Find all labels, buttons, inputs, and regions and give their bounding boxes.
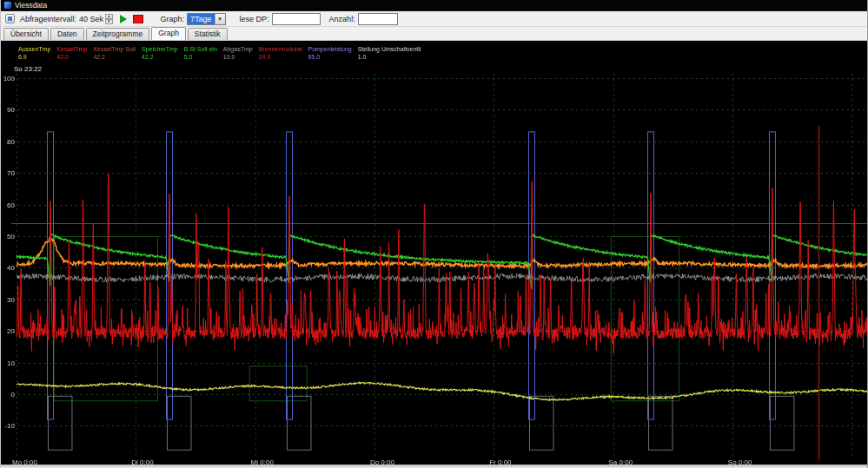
legend-label: Brennermodulat (259, 46, 302, 54)
interval-label: Abfrageintervall: (20, 15, 76, 23)
lese-dp-label: lese DP: (240, 15, 269, 23)
legend-item: Stellung Umschaltventil1.0 (358, 46, 421, 61)
graph-label: Graph: (161, 15, 185, 23)
y-axis-label: 10 (2, 359, 15, 367)
x-axis-label: Mi 0:00 (251, 458, 274, 465)
graph-select-value: 7Tage (188, 14, 215, 24)
legend-value: 5.0 (184, 54, 217, 62)
y-axis-label: 80 (2, 138, 15, 146)
toolbar: Abfrageintervall: 40 Sek ▲▼ Graph: 7Tage… (1, 11, 867, 27)
x-axis-label: Fr 0:00 (489, 458, 511, 465)
interval-value: 40 Sek (79, 15, 103, 23)
legend-value: 24.0 (259, 54, 302, 62)
legend-label: KesselTmp (56, 46, 87, 54)
y-axis-label: 40 (2, 264, 15, 272)
legend-label: AbgasTmp (223, 46, 253, 54)
legend-value: 65.0 (308, 54, 351, 62)
x-axis-label: Do 0:00 (370, 458, 394, 465)
y-axis-label: 20 (2, 327, 15, 335)
legend-item: AussenTmp6.9 (18, 46, 50, 61)
legend-item: KesselTmp Soll42.2 (93, 46, 136, 61)
play-button[interactable] (120, 15, 127, 23)
viessdata-window: Viessdata Abfrageintervall: 40 Sek ▲▼ Gr… (0, 0, 868, 468)
window-title: Viessdata (15, 1, 47, 10)
app-icon (4, 2, 11, 9)
legend-label: SpeicherTmp (142, 46, 178, 54)
chart-canvas[interactable] (1, 41, 867, 465)
y-axis-label: 0 (2, 391, 15, 399)
anzahl-input[interactable] (358, 13, 398, 25)
titlebar[interactable]: Viessdata (1, 0, 867, 11)
tab-daten[interactable]: Daten (50, 28, 84, 40)
tab-strip: ÜbersichtDatenZeitprogrammeGraphStatisti… (1, 27, 867, 41)
graph-select[interactable]: 7Tage ▼ (187, 13, 226, 25)
chart-area: AussenTmp6.9KesselTmp42.0KesselTmp Soll4… (1, 41, 867, 465)
interval-stepper[interactable]: ▲▼ (105, 14, 112, 24)
legend-value: 1.0 (358, 54, 421, 62)
x-axis-label: Di 0:00 (131, 458, 153, 465)
y-axis-label: 70 (2, 169, 15, 177)
legend-item: Brennermodulat24.0 (259, 46, 302, 61)
y-axis-label: 90 (2, 106, 15, 114)
tab-statistik[interactable]: Statistik (188, 28, 228, 40)
legend-value: 6.9 (18, 54, 50, 62)
x-axis-label: Sa 0:00 (609, 458, 633, 465)
anzahl-label: Anzahl: (329, 15, 355, 23)
legend-item: Pumpenleistung65.0 (308, 46, 351, 61)
y-axis-label: 50 (2, 233, 15, 241)
legend-label: KesselTmp Soll (93, 46, 136, 54)
legend-item: KesselTmp42.0 (56, 46, 87, 61)
stop-button[interactable] (133, 15, 143, 23)
connection-icon[interactable] (5, 14, 15, 23)
tab-übersicht[interactable]: Übersicht (3, 28, 49, 40)
tab-zeitprogramme[interactable]: Zeitprogramme (86, 28, 150, 40)
lese-dp-input[interactable] (272, 13, 321, 25)
stepper-down-icon[interactable]: ▼ (105, 19, 112, 24)
x-axis-label: Mo 0:00 (12, 458, 37, 465)
legend-label: B.St Soll ein (184, 46, 217, 54)
y-axis-label: -10 (2, 422, 15, 430)
legend-label: Pumpenleistung (308, 46, 351, 54)
tab-graph[interactable]: Graph (151, 27, 186, 40)
chart-legend: AussenTmp6.9KesselTmp42.0KesselTmp Soll4… (18, 46, 427, 61)
y-axis-label: 30 (2, 296, 15, 304)
statusbar (1, 465, 867, 468)
chevron-down-icon[interactable]: ▼ (215, 14, 225, 24)
y-axis-label: 60 (2, 201, 15, 209)
legend-label: AussenTmp (18, 46, 50, 54)
y-axis-label: 100 (2, 75, 15, 82)
legend-value: 42.0 (56, 54, 87, 62)
cursor-timestamp: So 23:22 (14, 65, 42, 73)
legend-item: B.St Soll ein5.0 (184, 46, 217, 61)
x-axis-label: So 0:00 (728, 458, 752, 465)
legend-value: 42.2 (93, 54, 136, 62)
legend-value: 10.0 (223, 54, 253, 62)
legend-item: SpeicherTmp42.2 (142, 46, 178, 61)
legend-label: Stellung Umschaltventil (358, 46, 421, 54)
legend-value: 42.2 (142, 54, 178, 62)
legend-item: AbgasTmp10.0 (223, 46, 253, 61)
